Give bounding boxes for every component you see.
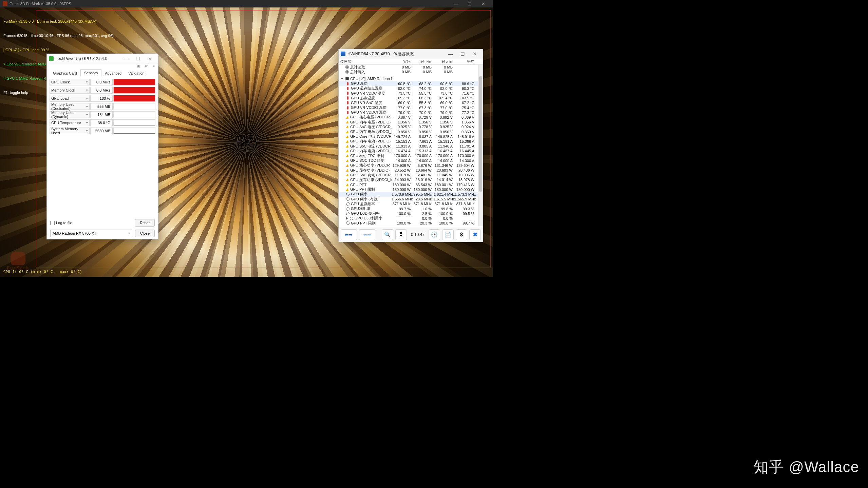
clock-icon bbox=[346, 221, 350, 225]
sensor-label[interactable]: CPU Temperature▾ bbox=[50, 119, 90, 126]
sensor-label[interactable]: GPU Load▾ bbox=[50, 95, 90, 102]
table-row[interactable]: GPU VR SoC 温度69.0 °C55.3 °C69.0 °C67.2 °… bbox=[339, 100, 483, 105]
table-row[interactable]: GPU SOC TDC 限制14.000 A14.000 A14.000 A14… bbox=[339, 158, 483, 163]
minimize-button[interactable]: — bbox=[119, 56, 132, 61]
table-row[interactable]: GPU 显存功率 (VDDIO)20.552 W10.664 W20.603 W… bbox=[339, 168, 483, 173]
table-row[interactable]: GPU SoC 电流 (VDDCR_S...11.913 A3.085 A11.… bbox=[339, 144, 483, 149]
network-button[interactable]: 🖧 bbox=[395, 229, 407, 240]
table-row[interactable]: GPU 热点温度105.3 °C68.3 °C105.4 °C103.5 °C bbox=[339, 96, 483, 100]
hwinfo-toolbar: ⬅➡ ⬅➡ 🔍 🖧 0:10:47 🕒 📄 ⚙ ✖ bbox=[339, 227, 483, 242]
expand-icon[interactable] bbox=[346, 217, 348, 220]
table-row[interactable]: GPU 显存功率 (VDDCI_MEM)14.003 W13.016 W14.0… bbox=[339, 177, 483, 182]
table-row[interactable]: GPU 内存 电压 (VDDIO)1.356 V1.356 V1.356 V1.… bbox=[339, 120, 483, 124]
clock-button[interactable]: 🕒 bbox=[429, 229, 440, 240]
maximize-button[interactable]: ☐ bbox=[132, 56, 144, 61]
sensor-label[interactable]: System Memory Used▾ bbox=[50, 128, 90, 134]
chevron-down-icon: ▾ bbox=[86, 113, 88, 116]
maximize-button[interactable]: ☐ bbox=[456, 51, 469, 57]
sensor-label[interactable]: GPU Clock▾ bbox=[50, 79, 90, 85]
search-button[interactable]: 🔍 bbox=[382, 229, 393, 240]
table-row[interactable]: GPU PPT 限制180.000 W180.000 W180.000 W180… bbox=[339, 187, 483, 192]
maximize-button[interactable]: ☐ bbox=[463, 1, 476, 6]
sensor-graph bbox=[113, 119, 155, 126]
bolt-icon bbox=[346, 116, 349, 119]
scrollbar-thumb[interactable] bbox=[479, 76, 482, 192]
table-row[interactable]: GPU 核心功率 (VDDCR_GFX)129.936 W5.876 W131.… bbox=[339, 163, 483, 168]
disk-icon bbox=[345, 70, 349, 74]
settings-button[interactable]: ⚙ bbox=[456, 229, 467, 240]
sensor-graph bbox=[113, 79, 155, 85]
close-button[interactable]: ✕ bbox=[469, 51, 481, 57]
close-button[interactable]: Close bbox=[135, 230, 155, 237]
table-row[interactable]: GPU 内存 电流 (VDDCI_M...16.474 A15.313 A16.… bbox=[339, 149, 483, 153]
tab-validation[interactable]: Validation bbox=[125, 70, 148, 76]
furmark-titlebar[interactable]: Geeks3D FurMark v1.35.0.0 - 96FPS — ☐ ✕ bbox=[0, 0, 493, 7]
stop-button[interactable]: ✖ bbox=[469, 229, 481, 240]
hwinfo-window[interactable]: HWiNFO64 v7.30-4870 - 传感器状态 — ☐ ✕ 传感器 实际… bbox=[338, 49, 483, 242]
expand-icon[interactable] bbox=[341, 78, 343, 80]
table-row[interactable]: GPU [#0]: AMD Radeon R... bbox=[339, 76, 483, 81]
sensor-label[interactable]: Memory Used (Dedicated)▾ bbox=[50, 103, 90, 110]
thermometer-icon bbox=[347, 101, 348, 104]
hwinfo-column-header[interactable]: 传感器 实际 最小值 最大值 平均 bbox=[339, 59, 483, 65]
chevron-down-icon: ▾ bbox=[86, 89, 88, 92]
table-row[interactable]: GPU利用率99.7 %1.0 %99.8 %99.3 % bbox=[339, 206, 483, 211]
table-row[interactable]: GPU 显存频率871.8 MHz871.8 MHz871.8 MHz871.8… bbox=[339, 201, 483, 206]
clock-icon bbox=[346, 193, 350, 196]
gpuz-toolbar: ▣ ⟳ ≡ bbox=[47, 63, 158, 68]
table-row[interactable]: GPU VR VDDC 温度73.5 °C55.5 °C73.6 °C71.6 … bbox=[339, 91, 483, 96]
device-select[interactable]: AMD Radeon RX 5700 XT ▾ bbox=[50, 230, 132, 237]
sensor-label[interactable]: Memory Clock▾ bbox=[50, 87, 90, 94]
nav-step-button[interactable]: ⬅➡ bbox=[359, 229, 375, 240]
sensor-label[interactable]: Memory Used (Dynamic)▾ bbox=[50, 111, 90, 118]
table-row[interactable]: 总计读取0 MB0 MB0 MB bbox=[339, 65, 483, 70]
refresh-icon[interactable]: ⟳ bbox=[145, 64, 148, 68]
minimize-button[interactable]: — bbox=[444, 51, 456, 57]
chevron-down-icon: ▾ bbox=[86, 80, 88, 84]
screenshot-icon[interactable]: ▣ bbox=[137, 64, 140, 68]
bolt-icon bbox=[346, 121, 349, 123]
table-row[interactable]: GPU 频率1,570.9 MHz795.5 MHz1,621.4 MHz1,5… bbox=[339, 192, 483, 197]
minimize-button[interactable]: — bbox=[449, 1, 463, 6]
table-row[interactable]: 总计写入0 MB0 MB0 MB bbox=[339, 70, 483, 74]
table-row[interactable]: GPU SoC 电压 (VDDCR_S...0.925 V0.778 V0.92… bbox=[339, 124, 483, 129]
gpuz-window[interactable]: TechPowerUp GPU-Z 2.54.0 — ☐ ✕ ▣ ⟳ ≡ Gra… bbox=[46, 54, 158, 239]
tab-graphics-card[interactable]: Graphics Card bbox=[50, 70, 80, 76]
bolt-icon bbox=[346, 125, 349, 128]
table-row[interactable]: GPU 显存结点温度92.0 °C74.0 °C92.0 °C90.3 °C bbox=[339, 86, 483, 91]
table-row[interactable]: GPU 核心电压 (VDDCR_GFX)0.867 V0.729 V0.892 … bbox=[339, 115, 483, 120]
table-row[interactable]: GPU 核心 TDC 限制170.000 A170.000 A170.000 A… bbox=[339, 153, 483, 158]
sensor-row: Memory Clock▾0.0 MHz bbox=[50, 86, 155, 94]
hwinfo-icon bbox=[341, 52, 345, 56]
table-row[interactable]: GPU Core 电流 (VDDCR_G...149.724 A8.037 A1… bbox=[339, 134, 483, 139]
table-row[interactable]: GPU 内存 电流 (VDDIO)15.153 A7.863 A15.191 A… bbox=[339, 139, 483, 144]
tab-sensors[interactable]: Sensors bbox=[80, 69, 101, 76]
tab-advanced[interactable]: Advanced bbox=[101, 70, 125, 76]
table-row[interactable]: GPU PPT 限制100.0 %20.3 %100.0 %99.7 % bbox=[339, 221, 483, 226]
table-row[interactable]: GPU 内存 电压 (VDDCI_M...0.850 V0.850 V0.850… bbox=[339, 129, 483, 134]
sensor-value: 555 MB bbox=[90, 103, 113, 110]
sensor-value: 5630 MB bbox=[90, 128, 113, 134]
thermometer-icon bbox=[347, 87, 348, 90]
reset-button[interactable]: Reset bbox=[135, 219, 155, 227]
gpuz-titlebar[interactable]: TechPowerUp GPU-Z 2.54.0 — ☐ ✕ bbox=[47, 54, 158, 63]
table-row[interactable]: GPU VR VDDCI 温度79.0 °C70.0 °C79.0 °C77.2… bbox=[339, 110, 483, 115]
close-button[interactable]: ✕ bbox=[476, 1, 490, 6]
log-button[interactable]: 📄 bbox=[442, 229, 454, 240]
hwinfo-titlebar[interactable]: HWiNFO64 v7.30-4870 - 传感器状态 — ☐ ✕ bbox=[339, 49, 483, 59]
hwinfo-sensor-list[interactable]: 总计读取0 MB0 MB0 MB总计写入0 MB0 MB0 MBGPU [#0]… bbox=[339, 65, 483, 226]
table-row[interactable]: GPU D3D利用率0.0 %0.0 % bbox=[339, 216, 483, 221]
table-row[interactable]: GPU 温度90.5 °C68.2 °C90.6 °C88.9 °C bbox=[339, 81, 483, 86]
table-row[interactable]: GPU VR VDDIO 温度77.0 °C67.3 °C77.0 °C75.4… bbox=[339, 105, 483, 110]
table-row[interactable]: GPU D3D 使用率100.0 %2.5 %100.0 %99.5 % bbox=[339, 211, 483, 216]
nav-prev-next-button[interactable]: ⬅➡ bbox=[341, 229, 357, 240]
scrollbar[interactable] bbox=[478, 65, 483, 226]
menu-icon[interactable]: ≡ bbox=[153, 64, 155, 68]
log-to-file-checkbox[interactable] bbox=[50, 221, 55, 225]
table-row[interactable]: GPU PPT180.000 W36.543 W180.001 W179.416… bbox=[339, 182, 483, 187]
table-row[interactable]: GPU SoC 功耗 (VDDCR_S...11.019 W2.401 W11.… bbox=[339, 173, 483, 177]
table-row[interactable]: GPU 频率 (有效)1,566.6 MHz28.5 MHz1,615.5 MH… bbox=[339, 197, 483, 201]
chevron-down-icon: ▾ bbox=[128, 232, 130, 235]
disk-icon bbox=[345, 65, 349, 69]
close-button[interactable]: ✕ bbox=[144, 56, 156, 61]
